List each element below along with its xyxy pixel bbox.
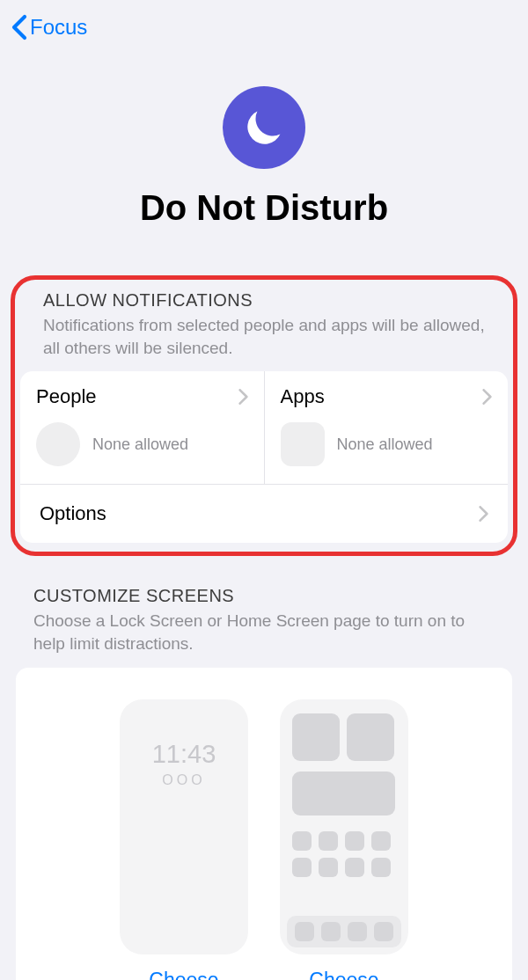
apps-cell[interactable]: Apps None allowed — [265, 371, 509, 484]
app-icon-placeholder — [371, 831, 391, 851]
back-label: Focus — [30, 15, 87, 40]
notifications-section-description: Notifications from selected people and a… — [15, 311, 513, 371]
customize-section-label: CUSTOMIZE SCREENS — [33, 586, 495, 606]
options-row[interactable]: Options — [20, 485, 508, 543]
app-icon-placeholder — [292, 831, 312, 851]
apps-status: None allowed — [337, 435, 433, 454]
customize-section-description: Choose a Lock Screen or Home Screen page… — [33, 606, 495, 667]
app-icon-placeholder — [345, 858, 364, 877]
chevron-left-icon — [11, 14, 28, 40]
home-screen-preview[interactable] — [280, 699, 408, 954]
dnd-icon — [223, 86, 305, 169]
chevron-right-icon — [482, 389, 492, 405]
chevron-right-icon — [479, 506, 488, 522]
apps-icon-placeholder — [281, 422, 325, 466]
notifications-section-label: ALLOW NOTIFICATIONS — [15, 290, 513, 311]
people-avatar-placeholder — [36, 422, 80, 466]
app-icon-placeholder — [371, 858, 391, 877]
back-button[interactable]: Focus — [11, 14, 87, 40]
dock-placeholder — [287, 916, 401, 947]
lock-screen-time: 11:43 — [120, 699, 248, 769]
widget-placeholder — [347, 713, 394, 761]
page-title: Do Not Disturb — [140, 188, 388, 228]
app-icon-placeholder — [319, 831, 338, 851]
notifications-highlight-box: ALLOW NOTIFICATIONS Notifications from s… — [11, 275, 517, 556]
choose-lock-button[interactable]: Choose — [149, 969, 218, 980]
dock-icon-placeholder — [295, 922, 314, 941]
dock-icon-placeholder — [374, 922, 393, 941]
people-title: People — [36, 385, 97, 408]
people-cell[interactable]: People None allowed — [20, 371, 265, 484]
choose-home-button[interactable]: Choose — [309, 969, 378, 980]
chevron-right-icon — [238, 389, 248, 405]
lock-screen-preview[interactable]: 11:43 OOO — [120, 699, 248, 954]
app-icon-placeholder — [319, 858, 338, 877]
app-icon-placeholder — [292, 858, 312, 877]
app-icon-placeholder — [345, 831, 364, 851]
options-label: Options — [40, 502, 106, 525]
widget-placeholder — [292, 713, 340, 761]
widget-placeholder — [292, 772, 395, 815]
people-status: None allowed — [92, 435, 188, 454]
lock-screen-dots: OOO — [120, 769, 248, 788]
dock-icon-placeholder — [321, 922, 341, 941]
dock-icon-placeholder — [348, 922, 367, 941]
apps-title: Apps — [281, 385, 325, 408]
moon-icon — [241, 105, 287, 150]
